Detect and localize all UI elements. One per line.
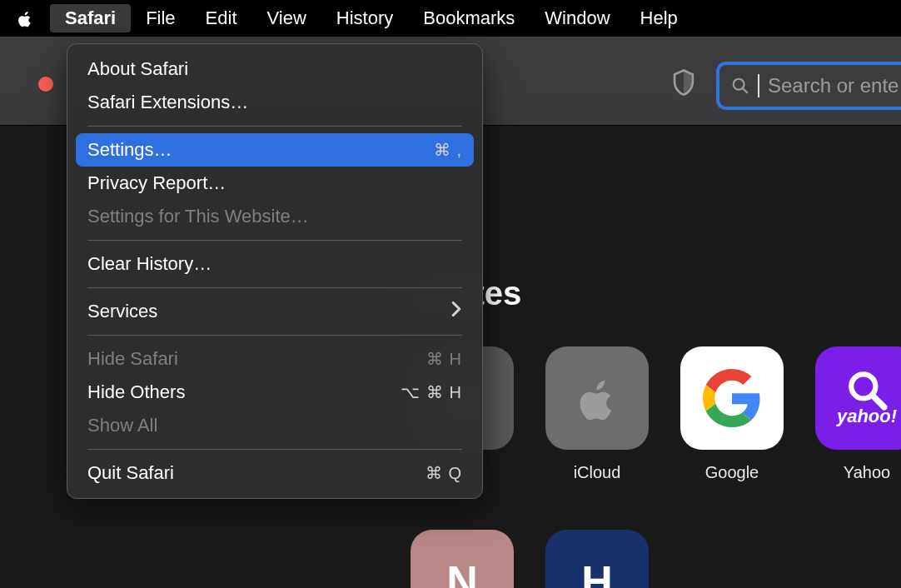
favourite-item-google[interactable]: Google	[680, 346, 784, 482]
menu-separator	[87, 287, 462, 288]
menu-item-show-all: Show All	[67, 409, 482, 442]
google-logo-icon	[703, 369, 761, 427]
favourite-item-n[interactable]: N	[411, 530, 514, 588]
favourite-tile: yahoo!	[815, 346, 901, 450]
menubar-item-window[interactable]: Window	[530, 4, 625, 32]
menu-item-label: About Safari	[87, 58, 188, 80]
menu-item-label: Hide Safari	[87, 348, 178, 370]
menubar-item-edit[interactable]: Edit	[191, 4, 252, 32]
menubar-item-file[interactable]: File	[131, 4, 190, 32]
menubar-item-bookmarks[interactable]: Bookmarks	[408, 4, 530, 32]
menubar-item-history[interactable]: History	[321, 4, 408, 32]
svg-line-1	[743, 88, 748, 93]
menu-item-label: Safari Extensions…	[87, 92, 248, 113]
window-close-dot[interactable]	[38, 77, 53, 92]
menu-item-shortcut: ⌘ ,	[434, 140, 462, 160]
menu-separator	[87, 240, 462, 241]
search-placeholder: Search or ente	[768, 74, 899, 97]
favourite-label: Yahoo	[844, 463, 890, 482]
menu-item-label: Services	[87, 301, 157, 322]
favourites-row-1: e iCloud Google yahoo! Yahoo	[411, 346, 901, 482]
menu-item-services[interactable]: Services	[67, 295, 482, 328]
safari-menu-dropdown: About SafariSafari Extensions…Settings…⌘…	[67, 43, 483, 499]
menu-item-label: Show All	[87, 415, 157, 436]
menu-item-label: Clear History…	[87, 253, 212, 275]
favourite-label: Google	[705, 463, 759, 482]
menu-item-quit-safari[interactable]: Quit Safari⌘ Q	[67, 456, 482, 490]
menu-item-settings-for-this-website: Settings for This Website…	[67, 200, 482, 233]
favourites-row-2: N H	[411, 530, 649, 588]
menubar-item-help[interactable]: Help	[625, 4, 693, 32]
magnifier-icon	[846, 369, 888, 411]
menu-item-label: Quit Safari	[87, 462, 174, 484]
menu-separator	[87, 126, 462, 127]
address-search-bar[interactable]: Search or ente	[716, 62, 901, 110]
menu-item-shortcut: ⌘ H	[426, 349, 462, 369]
menu-separator	[87, 335, 462, 336]
favourite-label: iCloud	[574, 463, 621, 482]
search-icon	[731, 77, 749, 95]
menubar-item-view[interactable]: View	[252, 4, 321, 32]
menu-item-safari-extensions[interactable]: Safari Extensions…	[67, 86, 482, 119]
menu-item-shortcut: ⌥ ⌘ H	[401, 382, 462, 402]
menu-item-privacy-report[interactable]: Privacy Report…	[67, 167, 482, 200]
menubar-item-safari[interactable]: Safari	[50, 4, 131, 32]
menu-separator	[87, 449, 462, 450]
menu-item-label: Hide Others	[87, 381, 185, 403]
menu-item-clear-history[interactable]: Clear History…	[67, 247, 482, 281]
menu-item-label: Settings…	[87, 139, 172, 161]
favourite-item-yahoo[interactable]: yahoo! Yahoo	[815, 346, 901, 482]
favourite-tile: H	[545, 530, 649, 588]
menubar: Safari File Edit View History Bookmarks …	[0, 0, 901, 37]
menu-item-shortcut: ⌘ Q	[426, 463, 462, 483]
favourite-tile	[545, 346, 649, 450]
menu-item-hide-safari: Hide Safari⌘ H	[67, 342, 482, 376]
apple-icon	[571, 372, 623, 424]
text-caret	[758, 74, 759, 97]
favourite-item-icloud[interactable]: iCloud	[545, 346, 649, 482]
menu-item-label: Settings for This Website…	[87, 206, 309, 227]
favourite-tile	[680, 346, 784, 450]
menu-item-settings[interactable]: Settings…⌘ ,	[76, 133, 474, 167]
menu-item-label: Privacy Report…	[87, 172, 226, 194]
menu-item-hide-others[interactable]: Hide Others⌥ ⌘ H	[67, 376, 482, 409]
favourite-item-h[interactable]: H	[545, 530, 649, 588]
menu-item-about-safari[interactable]: About Safari	[67, 52, 482, 86]
apple-logo-icon[interactable]	[15, 8, 35, 28]
yahoo-logo-text: yahoo!	[837, 406, 897, 427]
favourite-tile: N	[411, 530, 514, 588]
privacy-shield-icon[interactable]	[671, 68, 696, 97]
chevron-right-icon	[450, 301, 462, 322]
